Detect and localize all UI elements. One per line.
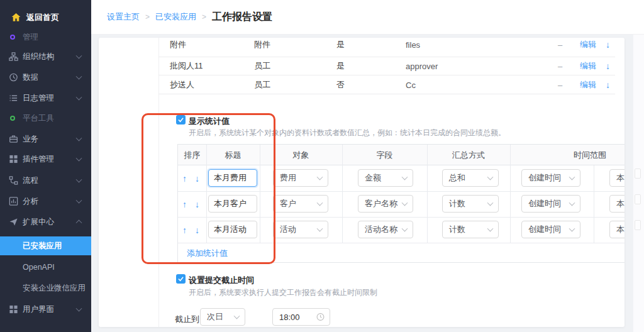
aggregate-select[interactable]: 计数: [442, 195, 499, 213]
aggregate-select[interactable]: 总和: [442, 169, 499, 187]
sidebar-item-workflow[interactable]: 流程: [0, 171, 91, 190]
object-select[interactable]: 活动: [273, 221, 328, 238]
chart-icon: [9, 197, 18, 206]
column-header-field: 字段: [342, 145, 427, 165]
move-down-icon[interactable]: ↓: [606, 80, 610, 90]
aggregate-select[interactable]: 计数: [442, 221, 499, 238]
field-type-cell: 员工: [254, 60, 270, 72]
edit-link[interactable]: 编辑: [580, 79, 596, 91]
sidebar-item-install-wecom-app[interactable]: 安装企业微信应用: [0, 279, 91, 297]
deadline-time-input[interactable]: 18:00: [272, 308, 330, 326]
sort-down-icon[interactable]: ↓: [195, 199, 199, 209]
column-header-sort: 排序: [178, 145, 206, 165]
edit-link[interactable]: 编辑: [580, 60, 596, 72]
list-icon: [9, 94, 18, 103]
sidebar-item-extension-center[interactable]: 扩展中心: [0, 213, 91, 231]
time-range-select[interactable]: 本月: [609, 195, 625, 213]
sidebar-item-label: 返回首页: [26, 12, 59, 23]
breadcrumb-link-settings-home[interactable]: 设置主页: [107, 11, 140, 23]
time-field-select[interactable]: 创建时间: [521, 221, 580, 238]
move-down-icon[interactable]: ↓: [606, 40, 610, 50]
column-header-aggregate: 汇总方式: [427, 145, 510, 165]
sort-up-icon[interactable]: ↑: [182, 174, 187, 184]
stats-table: 排序 标题 对象 字段 汇总方式 时间范围 ↑ ↓ 费用 金额: [177, 144, 625, 263]
sidebar-item-user-interface[interactable]: 用户界面: [0, 300, 91, 319]
chevron-down-icon: [317, 200, 323, 206]
stat-title-input[interactable]: [208, 221, 257, 238]
time-field-select[interactable]: 创建时间: [521, 169, 580, 187]
field-required-cell: 是: [336, 39, 345, 50]
chevron-down-icon: [317, 226, 323, 232]
sort-down-icon[interactable]: ↓: [195, 174, 199, 184]
show-stats-label: 显示统计值: [189, 116, 230, 127]
field-required-cell: 否: [336, 79, 345, 91]
field-extra-cell: –: [558, 62, 562, 71]
sidebar-item-plugins[interactable]: 插件管理: [0, 150, 91, 169]
right-edge-strip: [633, 35, 644, 332]
field-api-cell: files: [406, 40, 420, 50]
time-range-select[interactable]: 本月: [609, 221, 625, 238]
object-select[interactable]: 客户: [273, 195, 328, 213]
field-select[interactable]: 金额: [358, 169, 413, 187]
sidebar-item-openapi[interactable]: OpenAPI: [0, 258, 91, 277]
sidebar-item-analytics[interactable]: 分析: [0, 192, 91, 211]
edit-link[interactable]: 编辑: [580, 39, 596, 50]
field-type-cell: 员工: [254, 79, 270, 91]
column-header-time-range: 时间范围: [510, 145, 625, 165]
breadcrumb-separator: >: [202, 13, 206, 21]
deadline-day-select[interactable]: 次日: [200, 308, 245, 326]
sidebar-item-installed-apps[interactable]: 已安装应用: [0, 236, 91, 255]
breadcrumb-link-installed-apps[interactable]: 已安装应用: [155, 11, 196, 23]
add-stat-link[interactable]: 添加统计值: [187, 243, 228, 263]
sidebar-item-label: 日志管理: [23, 93, 54, 104]
field-select[interactable]: 客户名称: [358, 195, 413, 213]
chevron-down-icon: [76, 177, 82, 183]
deadline-checkbox[interactable]: [176, 274, 186, 284]
chevron-down-icon: [76, 135, 82, 141]
field-extra-cell: –: [558, 40, 562, 50]
stat-title-input[interactable]: [208, 169, 257, 187]
app-root: 返回首页 管理 组织结构 数据 日志管理 平台工具 业务: [0, 0, 644, 332]
sort-up-icon[interactable]: ↑: [182, 225, 187, 235]
briefcase-icon: [9, 135, 18, 144]
show-stats-checkbox[interactable]: [176, 115, 186, 124]
select-value: 计数: [449, 224, 465, 235]
sort-down-icon[interactable]: ↓: [195, 225, 199, 235]
sidebar-item-label: 已安装应用: [23, 241, 62, 252]
clipped-content-fragment: [635, 169, 641, 179]
select-value: 计数: [449, 198, 465, 209]
sidebar-item-logs[interactable]: 日志管理: [0, 89, 91, 108]
sidebar-item-label: 业务: [23, 134, 38, 145]
purple-ring-icon: [10, 35, 15, 40]
sort-up-icon[interactable]: ↑: [182, 199, 187, 209]
settings-card: 附件 附件 是 files – 编辑 ↓ 批阅人11 员工 是 approver…: [99, 38, 625, 327]
clock-icon: [9, 73, 18, 82]
field-select[interactable]: 活动名称: [358, 221, 413, 238]
field-api-cell: Cc: [406, 80, 416, 89]
time-range-select[interactable]: 本月: [609, 169, 625, 187]
stat-title-input[interactable]: [208, 195, 257, 213]
sidebar-section-platform-tools[interactable]: 平台工具: [0, 109, 91, 128]
chevron-down-icon: [76, 53, 82, 59]
chevron-down-icon: [487, 226, 494, 232]
select-value: 客户: [280, 198, 296, 209]
chevron-down-icon: [569, 174, 575, 180]
field-required-cell: 是: [336, 60, 345, 72]
row-divider: [178, 243, 625, 243]
sidebar-item-org[interactable]: 组织结构: [0, 47, 91, 66]
select-value: 活动名称: [365, 224, 397, 235]
chevron-down-icon: [76, 94, 82, 101]
select-value: 客户名称: [365, 198, 397, 209]
move-down-icon[interactable]: ↓: [606, 61, 610, 71]
sidebar-item-label: OpenAPI: [23, 263, 55, 272]
sidebar-item-business[interactable]: 业务: [0, 130, 91, 148]
object-select[interactable]: 费用: [273, 169, 328, 187]
chevron-down-icon: [317, 174, 323, 180]
deadline-label: 设置提交截止时间: [189, 275, 254, 286]
column-header-object: 对象: [260, 145, 342, 165]
sidebar-item-back-home[interactable]: 返回首页: [0, 8, 91, 27]
sidebar-section-label: 平台工具: [23, 113, 54, 124]
time-field-select[interactable]: 创建时间: [521, 195, 580, 213]
sidebar-item-data[interactable]: 数据: [0, 68, 91, 87]
sidebar-section-admin[interactable]: 管理: [0, 28, 91, 47]
